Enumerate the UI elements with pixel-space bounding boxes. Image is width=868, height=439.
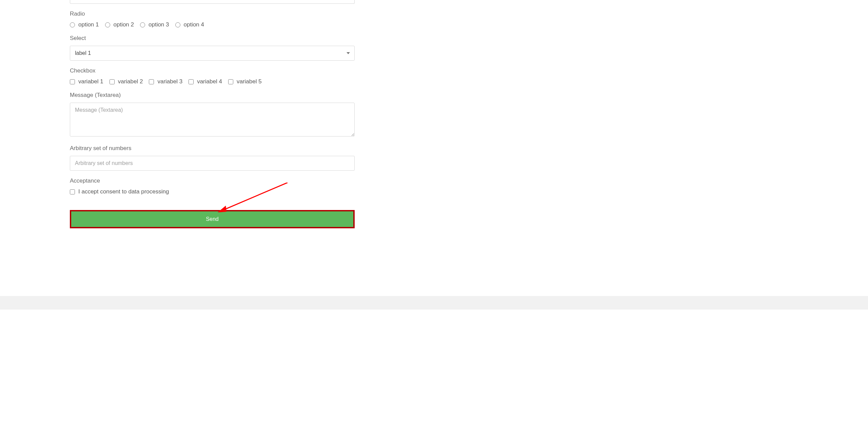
checkbox-option-label: variabel 5 (237, 78, 262, 85)
select-value: label 1 (75, 50, 91, 56)
radio-option-label: option 1 (78, 21, 99, 28)
checkbox-option-label: variabel 2 (118, 78, 143, 85)
checkbox-option-5[interactable]: variabel 5 (228, 78, 262, 85)
select-field: Select label 1 (70, 35, 355, 61)
previous-input-edge (70, 0, 355, 4)
radio-label: Radio (70, 11, 355, 17)
radio-option-3[interactable]: option 3 (140, 21, 169, 28)
acceptance-label: Acceptance (70, 177, 355, 184)
radio-group: option 1 option 2 option 3 option 4 (70, 21, 355, 28)
checkbox-field: Checkbox variabel 1 variabel 2 variabel … (70, 67, 355, 85)
checkbox-option-2[interactable]: variabel 2 (110, 78, 143, 85)
radio-option-4[interactable]: option 4 (175, 21, 204, 28)
message-field: Message (Textarea) (70, 92, 355, 138)
page-footer-band (0, 296, 868, 310)
acceptance-checkbox[interactable] (70, 189, 75, 194)
radio-option-label: option 3 (149, 21, 169, 28)
radio-input-2[interactable] (105, 22, 110, 27)
checkbox-option-label: variabel 3 (157, 78, 182, 85)
annotation-highlight-box: Send (70, 210, 355, 228)
form-container: Radio option 1 option 2 option 3 option … (70, 0, 355, 249)
checkbox-option-label: variabel 4 (197, 78, 222, 85)
select-input[interactable]: label 1 (70, 46, 355, 61)
numbers-field: Arbitrary set of numbers (70, 145, 355, 171)
checkbox-input-5[interactable] (228, 79, 233, 84)
radio-input-3[interactable] (140, 22, 145, 27)
message-label: Message (Textarea) (70, 92, 355, 99)
checkbox-option-4[interactable]: variabel 4 (189, 78, 222, 85)
acceptance-field: Acceptance I accept consent to data proc… (70, 177, 355, 195)
checkbox-input-4[interactable] (189, 79, 194, 84)
radio-input-4[interactable] (175, 22, 180, 27)
checkbox-input-1[interactable] (70, 79, 75, 84)
acceptance-text: I accept consent to data processing (78, 188, 169, 195)
numbers-label: Arbitrary set of numbers (70, 145, 355, 152)
radio-input-1[interactable] (70, 22, 75, 27)
radio-field: Radio option 1 option 2 option 3 option … (70, 11, 355, 28)
message-textarea[interactable] (70, 103, 355, 137)
checkbox-option-label: variabel 1 (78, 78, 103, 85)
numbers-input[interactable] (70, 156, 355, 171)
select-label: Select (70, 35, 355, 42)
checkbox-option-1[interactable]: variabel 1 (70, 78, 103, 85)
checkbox-option-3[interactable]: variabel 3 (149, 78, 182, 85)
acceptance-option[interactable]: I accept consent to data processing (70, 188, 355, 195)
radio-option-label: option 2 (114, 21, 134, 28)
select-wrap: label 1 (70, 46, 355, 61)
checkbox-input-3[interactable] (149, 79, 154, 84)
send-button[interactable]: Send (71, 211, 353, 227)
checkbox-group: variabel 1 variabel 2 variabel 3 variabe… (70, 78, 355, 85)
checkbox-input-2[interactable] (110, 79, 115, 84)
radio-option-label: option 4 (184, 21, 204, 28)
radio-option-2[interactable]: option 2 (105, 21, 134, 28)
radio-option-1[interactable]: option 1 (70, 21, 99, 28)
checkbox-label: Checkbox (70, 67, 355, 74)
